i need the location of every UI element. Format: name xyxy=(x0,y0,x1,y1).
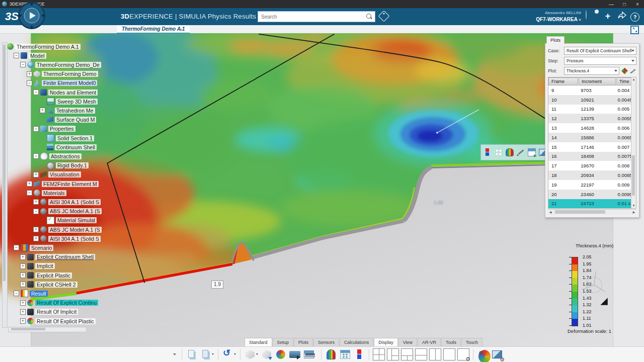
tree-item[interactable]: +Tetrahedron Me xyxy=(40,106,95,115)
tree-item-label[interactable]: Tetrahedron Me xyxy=(55,108,95,114)
tree-item-label[interactable]: Sweep 3D Mesh xyxy=(56,99,98,105)
tree-item-label[interactable]: Explicit CSHell 2 xyxy=(35,282,77,288)
tree-item[interactable]: +Explicit Plastic xyxy=(20,271,72,280)
ribbon-tab-plots[interactable]: Plots xyxy=(294,338,313,346)
tree-item-label[interactable]: Model xyxy=(29,53,46,59)
undo-toolbar-button[interactable] xyxy=(222,348,234,360)
plot-dropdown[interactable]: Thickness.4 xyxy=(564,67,619,75)
user-area[interactable]: Alessandro BELLINI QF7-WORKAREA ˅ xyxy=(536,10,581,23)
expand-icon[interactable]: + xyxy=(20,263,26,269)
collapse-icon[interactable]: − xyxy=(14,53,19,58)
ribbon-tab-setup[interactable]: Setup xyxy=(273,338,294,346)
step-dropdown[interactable]: Pressure xyxy=(564,57,636,65)
expand-icon[interactable]: + xyxy=(20,282,26,287)
search-icon[interactable] xyxy=(366,13,373,20)
column-header[interactable]: Increment xyxy=(579,77,616,85)
tree-item-label[interactable]: Surface Quad M xyxy=(55,117,96,123)
tree-item[interactable]: +Result Of Explicit Plastic xyxy=(20,317,96,325)
expand-icon[interactable]: + xyxy=(20,318,26,324)
expand-icon[interactable]: + xyxy=(20,273,26,278)
tree-item[interactable]: Material Simulat xyxy=(40,216,97,225)
tree-item-label[interactable]: Result xyxy=(30,291,48,297)
collapse-icon[interactable]: − xyxy=(14,245,19,250)
iso-toolbar-button[interactable] xyxy=(244,348,256,360)
tree-item[interactable]: +ABS JC Model A.1 (S xyxy=(33,225,102,234)
tablexp-viewport-icon[interactable] xyxy=(527,147,536,157)
lay-left-toolbar-button[interactable] xyxy=(387,348,399,360)
frame-row[interactable]: 17196700.008 s xyxy=(548,161,636,170)
lay-bottom-toolbar-button[interactable] xyxy=(401,348,413,360)
expand-icon[interactable]: + xyxy=(20,309,26,315)
expand-icon[interactable]: + xyxy=(33,172,39,177)
frame-row[interactable]: 20234600.0095 s xyxy=(548,190,636,199)
lay-single-toolbar-button[interactable] xyxy=(443,348,455,360)
tree-item[interactable]: +Explicit Continuum Shell xyxy=(20,253,95,261)
collapse-icon[interactable]: − xyxy=(27,80,32,86)
scroll-right-icon[interactable]: ▶ xyxy=(631,210,636,215)
scroll-up-icon[interactable]: ▲ xyxy=(631,77,636,82)
tree-item[interactable]: −Model xyxy=(14,51,46,60)
tree-item[interactable]: −ABS JC Model A.1 (S xyxy=(33,207,102,216)
lay-h-toolbar-button[interactable] xyxy=(415,348,427,360)
tree-item-label[interactable]: ThermoForming Demo xyxy=(42,71,98,77)
frame-row[interactable]: 21247230.01 s xyxy=(548,199,636,209)
expand-icon[interactable]: + xyxy=(27,181,32,187)
frame-row[interactable]: 997030.004 s xyxy=(548,85,636,95)
tree-item-label[interactable]: Result Of Implicit xyxy=(35,309,78,315)
frame-row[interactable]: 14158860.0065 s xyxy=(548,133,636,142)
legend-viewport-icon[interactable] xyxy=(483,147,492,157)
ribbon-tab-sensors[interactable]: Sensors xyxy=(313,338,339,346)
collapse-icon[interactable]: − xyxy=(33,126,39,132)
table-toolbar-button[interactable] xyxy=(303,348,315,360)
case-dropdown[interactable]: Result Of Explicit Continuum Shell xyxy=(564,47,636,55)
tree-item[interactable]: Sweep 3D Mesh xyxy=(40,97,98,106)
tree-item-label[interactable]: Visualisation xyxy=(48,171,81,177)
ballgear-toolbar-button[interactable] xyxy=(477,348,489,360)
ribbon-tab-touch[interactable]: Touch xyxy=(461,338,482,346)
scroll-left-icon[interactable]: ◀ xyxy=(548,210,553,215)
tree-item[interactable]: +FEM2Finite Element M xyxy=(27,179,99,188)
tree-item[interactable]: +Visualisation xyxy=(33,170,81,179)
tree-item[interactable]: Solid Section.1 xyxy=(40,134,94,142)
spectrum-icon[interactable] xyxy=(621,68,628,74)
tree-item[interactable]: +Result Of Implicit xyxy=(20,308,78,316)
scrollbar-thumb[interactable] xyxy=(11,328,45,330)
collapse-icon[interactable]: − xyxy=(27,190,32,196)
tree-item-label[interactable]: ABS JC Model A.1 (S xyxy=(48,227,102,233)
expand-icon[interactable]: + xyxy=(33,227,39,232)
workspace-selector[interactable]: QF7-WORKAREA ˅ xyxy=(536,16,581,23)
tree-item-label[interactable]: Material Simulat xyxy=(56,217,97,223)
shotgear-toolbar-button[interactable] xyxy=(491,348,503,360)
help-icon[interactable]: ? xyxy=(630,11,640,21)
tree-item[interactable]: −Properties xyxy=(33,125,75,133)
scrollbar-thumb[interactable] xyxy=(555,210,605,214)
ribbon-tab-tools[interactable]: Tools xyxy=(441,338,461,346)
search-input[interactable] xyxy=(258,14,366,20)
tree-item-label[interactable]: Abstractions xyxy=(49,153,82,159)
user-avatar[interactable] xyxy=(586,11,598,23)
tree-item-label[interactable]: ThermoForming Demo A.1 xyxy=(15,44,80,50)
maximize-button[interactable]: □ xyxy=(618,2,631,7)
tree-item[interactable]: −Abstractions xyxy=(33,152,82,160)
tree-item-label[interactable]: Materials xyxy=(42,190,66,196)
tree-item[interactable]: +Implicit xyxy=(20,262,55,270)
tree-item-label[interactable]: Result Of Explicit Plastic xyxy=(35,318,96,324)
tree-item[interactable]: +Explicit CSHell 2 xyxy=(20,280,77,289)
tree-item[interactable]: +ThermoForming Demo xyxy=(27,70,98,78)
tree-item-label[interactable]: Scenario xyxy=(30,245,53,251)
expand-icon[interactable]: + xyxy=(27,71,32,77)
tree-item-label[interactable]: AISI 304 A.1 (Solid S xyxy=(48,236,101,242)
collapse-icon[interactable]: − xyxy=(33,153,39,159)
tree-item-label[interactable]: Properties xyxy=(48,126,75,132)
paste-toolbar-button[interactable] xyxy=(200,348,212,360)
tree-item-label[interactable]: Continuum Shell xyxy=(55,144,97,150)
ribbon-tab-display[interactable]: Display xyxy=(374,338,398,346)
tree-item-label[interactable]: ThermoForming Demo_De xyxy=(35,62,101,68)
tree-item[interactable]: −Materials xyxy=(27,189,66,197)
viewport-floating-toolbar[interactable] xyxy=(480,144,550,160)
scroll-down-icon[interactable]: ▼ xyxy=(631,204,636,208)
contour-toolbar-button[interactable] xyxy=(325,348,337,360)
tree-item-label[interactable]: AISI 304 A.1 (Solid S xyxy=(48,199,101,205)
tree-item[interactable]: −Result xyxy=(14,289,48,298)
edit-plot-icon[interactable] xyxy=(630,67,637,74)
